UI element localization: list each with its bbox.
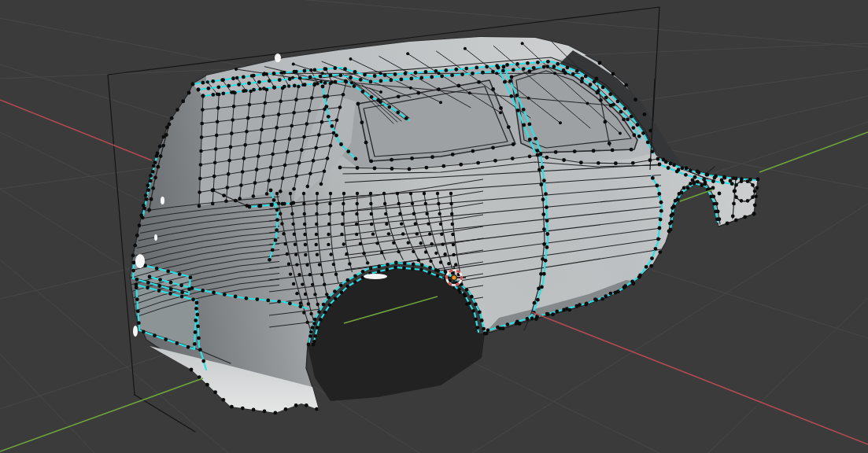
viewport-canvas[interactable] <box>0 0 868 453</box>
blender-3d-viewport[interactable] <box>0 0 868 453</box>
